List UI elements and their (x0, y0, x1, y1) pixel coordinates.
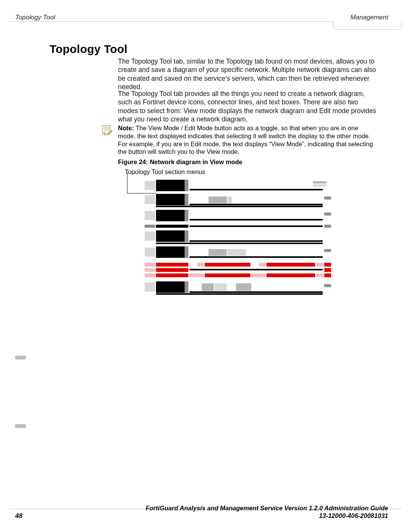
figure-network-diagram (145, 180, 331, 314)
note-text: The View Mode / Edit Mode button acts as… (118, 125, 373, 155)
header-tab-shape (333, 21, 402, 30)
running-header-left: Topology Tool (15, 14, 55, 21)
callout-leader-line (127, 173, 127, 193)
figure-caption: Figure 24: Network diagram in View mode (118, 158, 377, 166)
figure-callout-label: Topology Tool section menus (125, 168, 277, 176)
paragraph-intro: The Topology Tool tab, similar to the To… (118, 57, 377, 91)
page-number: 48 (15, 512, 22, 520)
page-title: Topology Tool (49, 43, 127, 56)
paragraph-details: The Topology Tool tab provides all the t… (118, 89, 377, 124)
note-paragraph: Note: The View Mode / Edit Mode button a… (118, 124, 377, 156)
note-icon (100, 124, 113, 137)
page: Topology Tool Management Topology Tool T… (0, 0, 411, 532)
footer-text: FortiGuard Analysis and Management Servi… (146, 504, 388, 520)
footer-doc-id: 13-12000-406-20081031 (146, 512, 388, 520)
footer-doc-title: FortiGuard Analysis and Management Servi… (146, 504, 388, 512)
margin-marker (15, 356, 26, 359)
note-label: Note: (118, 125, 134, 131)
margin-marker (15, 424, 26, 428)
running-header-right: Management (350, 14, 388, 21)
